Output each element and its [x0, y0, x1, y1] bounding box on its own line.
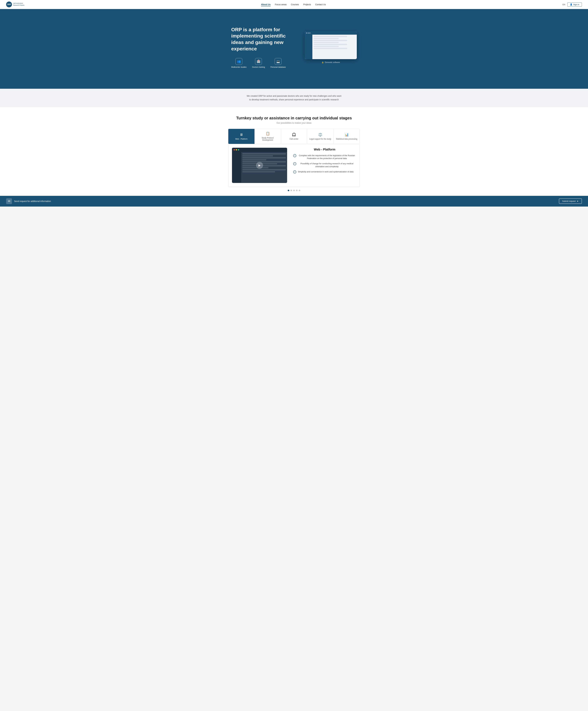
- arrow-icon: ➤: [577, 200, 579, 202]
- tab-study-protocol[interactable]: 📋 Study Protocol Development: [255, 129, 281, 144]
- carousel-dots: [228, 187, 360, 196]
- mockup-body: [305, 35, 357, 59]
- hero-content: ORP is a platform for implementing scien…: [231, 26, 296, 68]
- panel-main: [241, 152, 287, 182]
- mockup-bar: [305, 31, 357, 35]
- dot-1[interactable]: [288, 190, 289, 191]
- logo-subtext: ORTHOPAEDIC Research Projects: [13, 3, 24, 6]
- panel-info: Web - Platform ✓ Complies with the requi…: [293, 148, 356, 173]
- nav-link-projects[interactable]: Projects: [303, 3, 311, 6]
- tagline-section: We created ORP for active and passionate…: [0, 89, 588, 107]
- doctors-icon: 🏥: [255, 58, 262, 65]
- submit-request-button[interactable]: Submit request ➤: [559, 198, 582, 204]
- logo-icon: ORP: [6, 2, 12, 7]
- language-selector[interactable]: EN: [562, 3, 565, 6]
- domestic-badge: 🔒 Domestic software: [305, 61, 357, 63]
- panel-dot-red: [233, 149, 235, 150]
- content-panel: ▶ Web - Platform ✓ Complies with the req…: [228, 144, 360, 187]
- hero-feature-multicenter: 👥 Multicenter studies: [231, 58, 247, 68]
- signin-button[interactable]: 👤 Sign in: [567, 2, 582, 6]
- mock-dot-3: [309, 33, 310, 34]
- play-button[interactable]: ▶: [256, 162, 263, 169]
- tab-web-platform[interactable]: 🖥 Web - Platform: [228, 129, 255, 144]
- banner-left: ✉ Send request for additional informatio…: [6, 198, 51, 204]
- panel-features: ✓ Complies with the requirements of the …: [293, 154, 356, 173]
- tab-icon-stats: 📊: [344, 133, 349, 137]
- dot-3[interactable]: [293, 190, 295, 191]
- check-icon-3: ✓: [293, 170, 296, 173]
- footer-banner: ✉ Send request for additional informatio…: [0, 196, 588, 207]
- multicenter-icon: 👥: [235, 58, 242, 65]
- panel-feature-1: ✓ Complies with the requirements of the …: [293, 154, 356, 160]
- banner-text: Send request for additional information: [14, 200, 51, 202]
- person-icon: 👤: [570, 3, 572, 6]
- nav-link-focus[interactable]: Focus areas: [275, 3, 287, 6]
- panel-screenshot: ▶: [232, 148, 287, 183]
- dot-2[interactable]: [291, 190, 292, 191]
- nav-link-contact[interactable]: Contact Us: [315, 3, 326, 6]
- panel-feature-2: ✓ Possibility of change for conducting r…: [293, 162, 356, 168]
- turnkey-section: Turnkey study or assistance in carrying …: [0, 107, 588, 196]
- domestic-icon: 🔒: [321, 61, 324, 63]
- tab-statistical[interactable]: 📊 Statistical data processing: [334, 129, 360, 144]
- tab-icon-legal: ⚖️: [318, 133, 322, 137]
- hero-feature-doctors: 🏥 Doctors training: [252, 58, 265, 68]
- navbar: ORP ORTHOPAEDIC Research Projects About …: [0, 0, 588, 9]
- nav-item-projects[interactable]: Projects: [303, 3, 311, 6]
- tab-icon-web: 🖥: [240, 133, 243, 137]
- nav-link-about[interactable]: About Us: [261, 3, 271, 6]
- nav-link-courses[interactable]: Courses: [291, 3, 299, 6]
- database-icon: 💻: [275, 58, 281, 65]
- mockup-content: [312, 35, 357, 59]
- hero-feature-database: 💻 Personal database: [270, 58, 286, 68]
- dot-5[interactable]: [299, 190, 300, 191]
- screen-mockup-back: [305, 31, 357, 59]
- nav-item-about[interactable]: About Us: [261, 3, 271, 6]
- dot-4[interactable]: [296, 190, 297, 191]
- hero-section: ORP is a platform for implementing scien…: [0, 9, 588, 89]
- check-icon-1: ✓: [293, 154, 296, 157]
- turnkey-title: Turnkey study or assistance in carrying …: [228, 116, 360, 121]
- panel-bar: [232, 148, 287, 152]
- panel-dot-green: [238, 149, 239, 150]
- turnkey-subtitle: Our possibilities to realize your ideas: [228, 122, 360, 124]
- panel-dot-yellow: [236, 149, 237, 150]
- panel-sidebar: [232, 152, 241, 182]
- mock-dot-2: [308, 33, 309, 34]
- tagline-text: We created ORP for active and passionate…: [247, 94, 341, 102]
- mock-dot-1: [306, 33, 307, 34]
- tab-legal-support[interactable]: ⚖️ Legal support for the study: [307, 129, 334, 144]
- nav-links: About Us Focus areas Courses Projects Co…: [261, 3, 326, 6]
- nav-item-contact[interactable]: Contact Us: [315, 3, 326, 6]
- nav-item-focus[interactable]: Focus areas: [275, 3, 287, 6]
- tab-call-center[interactable]: 🎧 Call center: [281, 129, 307, 144]
- check-icon-2: ✓: [293, 162, 296, 165]
- tab-icon-protocol: 📋: [266, 132, 270, 136]
- tab-icon-call: 🎧: [292, 133, 296, 137]
- mockup-sidebar: [305, 35, 312, 59]
- tabs-row: 🖥 Web - Platform 📋 Study Protocol Develo…: [228, 129, 360, 144]
- hero-title: ORP is a platform for implementing scien…: [231, 26, 296, 52]
- navbar-right: EN 👤 Sign in: [562, 2, 582, 6]
- panel-title: Web - Platform: [293, 148, 356, 151]
- panel-feature-3: ✓ Simplicity and convenience in work and…: [293, 170, 356, 173]
- turnkey-wrapper: Turnkey study or assistance in carrying …: [228, 116, 360, 196]
- envelope-icon: ✉: [6, 198, 12, 204]
- nav-item-courses[interactable]: Courses: [291, 3, 299, 6]
- hero-mockup: 🔒 Domestic software: [305, 31, 357, 63]
- brand-logo[interactable]: ORP ORTHOPAEDIC Research Projects: [6, 2, 24, 7]
- hero-features: 👥 Multicenter studies 🏥 Doctors training…: [231, 58, 296, 68]
